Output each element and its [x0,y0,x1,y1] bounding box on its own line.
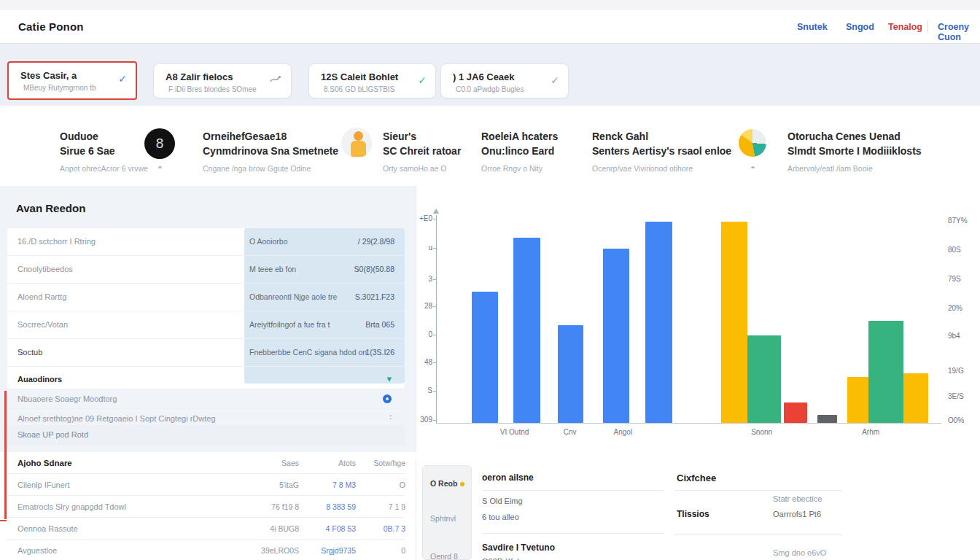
feature-subtitle: Orroe Rngv o Nity [481,164,558,173]
stat-card[interactable]: A8 Zalir fielocs F iDii Bres blondes SOm… [153,63,292,98]
table-row: Oennoa Rassute 4i BUG8 4 F08 53 0B.7 3 [7,518,405,540]
feature-item[interactable]: Ouduoe Sirue 6 Sae Anpot ohrecAcror 6 vr… [60,129,148,173]
nav-link-4[interactable]: Croeny Cuon [938,22,980,42]
y-axis-label: u [413,244,432,252]
right-axis-label: 80S [948,246,977,254]
stat-card[interactable]: ) 1 JA6 Ceaek C0.0 aPwdgb Bugles ✓ [440,63,569,98]
check-icon: ✓ [551,74,559,86]
axis-tick [433,219,437,219]
right-axis-label: 9b4 [948,332,977,340]
right-axis-label: O0% [948,416,977,424]
row-label: Nbuaoere Soaegr Moodtorg [18,394,117,403]
feature-item[interactable]: RoeleiA hcaters Onu:linco Eard Orroe Rng… [481,129,558,173]
report-panel-title: Avan Reedon [16,202,85,214]
axis-tick [433,391,437,392]
chart-bar [721,222,747,423]
row-label: Aloend Rarttg [18,292,66,301]
feature-title: OrneihefGesae18 [203,129,338,144]
schedule-item[interactable]: 6 tou alleo [482,507,664,523]
feature-title: Renck Gahl [592,129,731,144]
stat-card-subtitle: F iDii Bres blondes SOmee [168,85,257,93]
expandable-row[interactable]: Auaodinors ▾ [7,370,405,389]
schedule-sidebar: O Reob Sphtnvl Oenrd 8 [422,465,472,560]
chart-bar [847,377,868,423]
table-row: Cnoolytibeedos M teee eb fon S0(8)(50.88 [7,256,405,284]
row-value: 1(3S.I26 [365,348,394,357]
person-body [351,141,366,157]
y-axis-label: +E0 [413,214,432,222]
dot-icon [158,166,162,168]
column-header: Ajoho Sdnare [18,459,72,467]
divider [674,534,842,535]
feature-item[interactable]: OrneihefGesae18 Cynmdrinova Sna Smetnete… [203,129,338,173]
y-axis-label: 28 [413,302,432,310]
blue-dot-icon[interactable] [383,394,392,403]
feature-item[interactable]: Otorucha Cenes Uenad Slmdt Smorte I Modi… [788,129,922,173]
cell-link[interactable]: Srgjd9735 [305,546,356,555]
cell-link[interactable]: 4 F08 53 [305,524,356,533]
sidebar-item-active[interactable]: O Reob [430,479,464,488]
row-mid-value: Odbanreontl Njge aole tre [249,292,337,301]
cell: 39eLRO0S [248,546,299,555]
check-icon: ✓ [118,73,127,85]
row-value: Brta 065 [365,320,394,329]
schedule-panel: O Reob Sphtnvl Oenrd 8 oeron ailsne S Ol… [416,459,674,560]
cell: Cilenlp IFunert [18,481,70,489]
checklist-title: Cixfchee [677,472,716,483]
stat-card[interactable]: 12S Caleit Bohlet 8.S06 GD bLIGSTBIS ✓ [308,63,436,98]
top-strip [0,0,980,10]
chevron-down-icon[interactable]: ▾ [386,373,392,384]
stat-card-selected[interactable]: Stes Casir, a MBeuy Rutymgrnon tb ✓ [7,61,137,100]
cell: 7 1 9 [356,502,405,511]
chart-bar [603,249,630,423]
feature-title: Senters Aertisy's rsaol enloe [592,144,731,158]
y-axis-label: 309 [413,416,432,424]
chart-panel: VI OutndCnvAngolSnonnArhm+E0u328048S3098… [416,186,980,452]
column-header: Saes [248,459,299,467]
right-axis-label: 3E/S [948,392,977,400]
cell: 4i BUG8 [248,524,299,533]
row-mid-value: O Aooiorbo [249,237,288,246]
checklist-footer: Smg dno e6vO [773,548,826,557]
report-detail-table: 16./D sctchorr I Rtring O Aooiorbo / 29(… [7,228,405,389]
row-label: 16./D sctchorr I Rtring [18,237,96,246]
link-row[interactable]: Nbuaoere Soaegr Moodtorg [7,389,405,409]
column-header: Atots [305,459,356,467]
feature-subtitle: Arbervoly/eatl /iam Booie [788,164,922,173]
bar-chart: VI OutndCnvAngolSnonnArhm+E0u328048S3098… [436,215,941,424]
feature-title: Sirue 6 Sae [60,144,148,158]
person-head [354,131,363,141]
cell: O [356,481,405,489]
schedule-item[interactable]: S Old Eimg [482,491,664,507]
sidebar-item[interactable]: Sphtnvl [430,514,456,523]
axis-tick [433,362,437,363]
nav-link-2[interactable]: Sngod [846,22,874,32]
y-axis-label: 48 [413,358,432,366]
share-icon [269,74,282,87]
axis-tick [433,420,437,421]
sidebar-item[interactable]: Oenrd 8 [430,552,458,560]
table-row: Aloend Rarttg Odbanreontl Njge aole tre … [7,284,405,311]
checklist-panel: Cixfchee Tlissios Statr ebectice Oarrrof… [674,459,980,560]
cell-link[interactable]: 8 383 59 [305,502,356,511]
cell: Ematrocls Slry gnapgdd Tdowl [18,502,126,511]
feature-title: Slmdt Smorte I Modiiiklosts [788,144,922,158]
cell-link[interactable]: 0B.7 3 [356,524,405,533]
stat-card-title: ) 1 JA6 Ceaek [453,71,515,82]
feature-item[interactable]: Renck Gahl Senters Aertisy's rsaol enloe… [592,129,731,173]
footer-link-row[interactable]: Skoae UP pod Rotd [7,425,405,446]
cell: 5'itaG [248,481,299,489]
feature-item[interactable]: Sieur's SC Chreit ratoar Orty samoHo ae … [383,129,461,173]
feature-title: Sieur's [383,129,461,144]
colon-icon: ∶ [389,413,392,422]
row-mid-value: M teee eb fon [249,265,296,273]
cell-link[interactable]: 7 8 M3 [305,481,356,489]
feature-title: SC Chreit ratoar [383,144,461,158]
dashboard-page: Catie Ponon Snutek Sngod Tenalog Croeny … [0,0,980,560]
nav-link-1[interactable]: Snutek [797,22,828,32]
table-row: Soctub Fnebberbbe CenC sigana hdod on 1(… [7,339,405,367]
schedule-content: oeron ailsne S Old Eimg 6 tou alleo Savd… [482,465,664,560]
nav-link-3[interactable]: Tenalog [888,22,922,32]
chart-bar [558,325,583,423]
divider [674,490,842,491]
